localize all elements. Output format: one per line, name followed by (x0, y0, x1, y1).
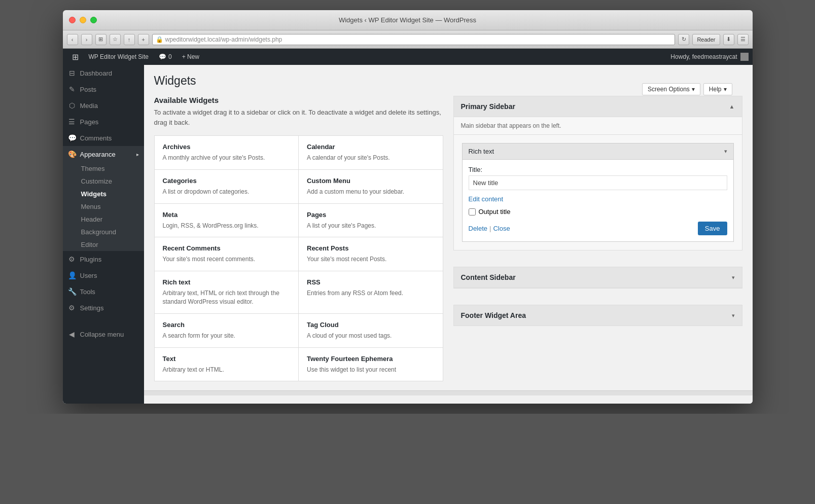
window-title: Widgets ‹ WP Editor Widget Site — WordPr… (339, 16, 476, 24)
minimize-window-button[interactable] (80, 17, 86, 23)
widget-tag-cloud[interactable]: Tag Cloud A cloud of your most used tags… (299, 314, 443, 347)
maximize-window-button[interactable] (90, 17, 97, 23)
widget-text-title: Text (163, 355, 291, 363)
widget-search-desc: A search form for your site. (163, 332, 291, 340)
widget-meta-title: Meta (163, 211, 291, 219)
edit-content-link[interactable]: Edit content (469, 195, 504, 203)
sidebar-item-widgets[interactable]: Widgets (77, 188, 144, 200)
rich-text-widget-title: Rich text (469, 148, 494, 155)
content-sidebar-header[interactable]: Content Sidebar ▾ (454, 267, 742, 288)
widget-text-desc: Arbitrary text or HTML. (163, 366, 291, 374)
share-button[interactable]: ↑ (124, 34, 135, 45)
widget-calendar[interactable]: Calendar A calendar of your site's Posts… (299, 136, 443, 169)
widget-categories[interactable]: Categories A list or dropdown of categor… (155, 170, 299, 203)
sidebar-item-comments[interactable]: 💬 Comments (63, 130, 144, 146)
reader-button[interactable]: Reader (692, 34, 720, 45)
sidebar-item-themes[interactable]: Themes (77, 162, 144, 175)
traffic-lights[interactable] (69, 17, 97, 23)
screen-options-button[interactable]: Screen Options ▾ (642, 83, 700, 95)
close-link[interactable]: Close (493, 225, 510, 232)
tools-icon: 🔧 (68, 287, 76, 296)
admin-bar-howdy: Howdy, feedmeastraycat (667, 53, 740, 60)
widget-pages[interactable]: Pages A list of your site's Pages. (299, 204, 443, 237)
new-tab-button[interactable]: + (138, 34, 149, 45)
sidebar-label-plugins: Plugins (80, 256, 102, 263)
wp-main: Widgets Screen Options ▾ Help ▾ (144, 65, 753, 404)
comments-icon: 💬 (68, 134, 76, 142)
widget-rss[interactable]: RSS Entries from any RSS or Atom feed. (299, 271, 443, 313)
download-button[interactable]: ⬇ (723, 34, 734, 45)
primary-sidebar-header[interactable]: Primary Sidebar ▲ (454, 96, 742, 117)
widgets-layout: Available Widgets To activate a widget d… (154, 96, 742, 381)
extensions-button[interactable]: ☰ (737, 34, 749, 45)
help-button[interactable]: Help ▾ (703, 83, 732, 95)
sidebar-item-appearance[interactable]: 🎨 Appearance ▸ (63, 146, 144, 162)
admin-bar-comments[interactable]: 💬 0 (154, 49, 177, 65)
widget-text[interactable]: Text Arbitrary text or HTML. (155, 348, 299, 381)
widget-custom-menu[interactable]: Custom Menu Add a custom menu to your si… (299, 170, 443, 203)
widget-pages-title: Pages (307, 211, 435, 219)
sidebar-item-tools[interactable]: 🔧 Tools (63, 283, 144, 300)
sidebar-item-header[interactable]: Header (77, 213, 144, 226)
rich-text-widget-body: Title: Edit content Output title (463, 160, 733, 241)
widget-archives[interactable]: Archives A monthly archive of your site'… (155, 136, 299, 169)
screen-options-bar: Screen Options ▾ Help ▾ (642, 83, 732, 95)
rich-text-widget-container: Rich text ▾ Title: Edit content (454, 135, 742, 250)
wp-body: ⊟ Dashboard ✎ Posts ⬡ Media ☰ Pages 💬 (63, 65, 753, 404)
appearance-arrow-icon: ▸ (136, 152, 139, 157)
sidebar-item-posts[interactable]: ✎ Posts (63, 81, 144, 97)
available-widgets-panel: Available Widgets To activate a widget d… (154, 96, 443, 381)
sidebar-item-dashboard[interactable]: ⊟ Dashboard (63, 65, 144, 81)
admin-bar-new[interactable]: + New (177, 49, 204, 65)
sidebar-item-users[interactable]: 👤 Users (63, 267, 144, 283)
admin-bar-wp-logo[interactable]: ⊞ (67, 49, 84, 65)
title-field-input[interactable] (469, 175, 727, 190)
browser-toolbar: ‹ › ⊞ ☆ ↑ + 🔒 wpeditorwidget.local/wp-ad… (63, 30, 753, 49)
content-sidebar-title: Content Sidebar (461, 273, 516, 281)
rich-text-widget-header[interactable]: Rich text ▾ (463, 143, 733, 160)
sidebar-item-pages[interactable]: ☰ Pages (63, 114, 144, 130)
widget-twenty-fourteen[interactable]: Twenty Fourteen Ephemera Use this widget… (299, 348, 443, 381)
wp-logo-icon: ⊞ (72, 52, 79, 62)
sidebar-item-menus[interactable]: Menus (77, 200, 144, 213)
back-button[interactable]: ‹ (67, 34, 78, 45)
appearance-submenu: Themes Customize Widgets Menus Header Ba… (63, 162, 144, 251)
sidebar-item-customize[interactable]: Customize (77, 175, 144, 188)
output-title-checkbox[interactable] (469, 208, 476, 215)
sidebar-item-media[interactable]: ⬡ Media (63, 97, 144, 114)
sidebar-item-plugins[interactable]: ⚙ Plugins (63, 251, 144, 267)
save-button[interactable]: Save (698, 222, 727, 235)
footer-widget-area-title: Footer Widget Area (461, 311, 526, 319)
url-bar[interactable]: 🔒 wpeditorwidget.local/wp-admin/widgets.… (152, 34, 676, 45)
close-window-button[interactable] (69, 17, 76, 23)
available-widgets-title: Available Widgets (154, 96, 443, 104)
settings-icon: ⚙ (68, 304, 76, 312)
sidebar-item-settings[interactable]: ⚙ Settings (63, 300, 144, 316)
widget-meta[interactable]: Meta Login, RSS, & WordPress.org links. (155, 204, 299, 237)
sidebar-item-background[interactable]: Background (77, 226, 144, 238)
widget-recent-comments[interactable]: Recent Comments Your site's most recent … (155, 237, 299, 271)
title-field-label: Title: (469, 166, 727, 173)
delete-link[interactable]: Delete (469, 225, 488, 232)
posts-icon: ✎ (68, 85, 76, 93)
widget-calendar-title: Calendar (307, 143, 435, 151)
sidebar-item-editor[interactable]: Editor (77, 238, 144, 251)
forward-button[interactable]: › (81, 34, 92, 45)
widget-recent-posts[interactable]: Recent Posts Your site's most recent Pos… (299, 237, 443, 271)
rich-text-widget-expanded: Rich text ▾ Title: Edit content (462, 143, 734, 242)
browser-window: Widgets ‹ WP Editor Widget Site — WordPr… (63, 10, 753, 404)
primary-sidebar-desc: Main sidebar that appears on the left. (454, 117, 742, 135)
horizontal-scrollbar[interactable] (144, 390, 753, 395)
refresh-button[interactable]: ↻ (678, 34, 689, 45)
footer-widget-area[interactable]: Footer Widget Area ▾ (453, 305, 742, 326)
bookmark-button[interactable]: ☆ (110, 34, 121, 45)
widget-tag-cloud-title: Tag Cloud (307, 321, 435, 329)
widget-twenty-fourteen-title: Twenty Fourteen Ephemera (307, 355, 435, 363)
available-widgets-desc: To activate a widget drag it to a sideba… (154, 107, 443, 127)
widget-search[interactable]: Search A search form for your site. (155, 314, 299, 347)
tab-overview-button[interactable]: ⊞ (95, 34, 107, 45)
sidebar-collapse-menu[interactable]: ◀ Collapse menu (63, 326, 144, 342)
dashboard-icon: ⊟ (68, 69, 76, 77)
admin-bar-site-name[interactable]: WP Editor Widget Site (84, 49, 154, 65)
widget-rich-text[interactable]: Rich text Arbitrary text, HTML or rich t… (155, 271, 299, 313)
